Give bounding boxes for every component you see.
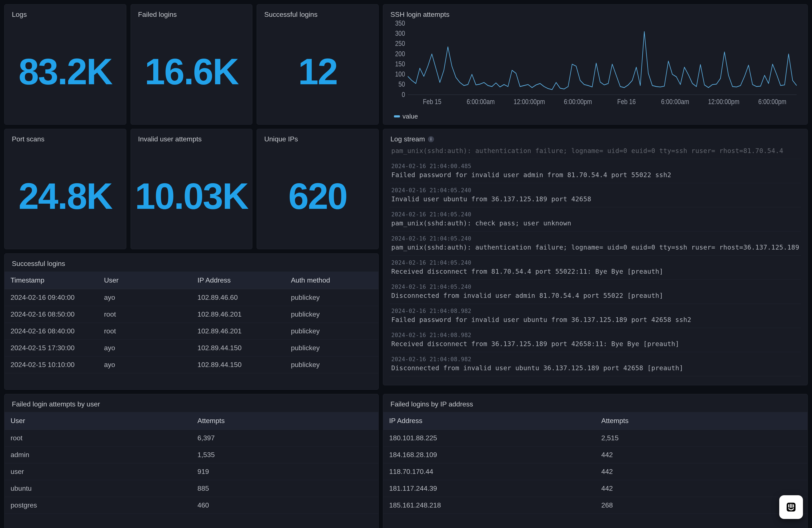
stat-value: 620	[257, 143, 378, 249]
col-attempts[interactable]: Attempts	[595, 412, 808, 430]
log-timestamp: 2024-02-16 21:04:08.982	[391, 332, 799, 338]
panel-log-stream[interactable]: Log stream i pam_unix(sshd:auth): authen…	[383, 129, 808, 385]
table-row[interactable]: user919	[4, 463, 378, 480]
table-row[interactable]: 118.70.170.44442	[383, 463, 808, 480]
table-row[interactable]: 2024-02-16 09:40:00ayo102.89.46.60public…	[4, 289, 378, 306]
stat-panel-successful-logins[interactable]: Successful logins 12	[257, 4, 379, 124]
table-row[interactable]: postgres460	[4, 497, 378, 514]
table-cell: 102.89.44.150	[191, 356, 285, 373]
col-auth[interactable]: Auth method	[285, 272, 378, 289]
svg-text:6:00:00am: 6:00:00am	[661, 98, 689, 105]
col-user[interactable]: User	[98, 272, 192, 289]
failed-by-user-table: User Attempts root6,397admin1,535user919…	[4, 412, 378, 514]
stat-panel-port-scans[interactable]: Port scans 24.8K	[4, 129, 126, 249]
stat-label: Unique IPs	[257, 129, 378, 143]
col-attempts[interactable]: Attempts	[191, 412, 378, 430]
table-cell: 919	[191, 463, 378, 480]
log-entry[interactable]: 2024-02-16 21:04:05.240Invalid user ubun…	[390, 183, 801, 207]
panel-ssh-chart[interactable]: SSH login attempts 050100150200250300350…	[383, 4, 808, 124]
table-row[interactable]: admin1,535	[4, 446, 378, 463]
table-cell: 2024-02-16 08:50:00	[4, 306, 98, 323]
table-row[interactable]: 2024-02-15 10:10:00ayo102.89.44.150publi…	[4, 356, 378, 373]
table-cell: 442	[595, 463, 808, 480]
intercom-launcher[interactable]	[779, 495, 803, 519]
chart-legend: value	[392, 108, 799, 120]
stat-value: 16.6K	[131, 18, 252, 124]
log-entry[interactable]: 2024-02-16 21:04:05.240pam_unix(sshd:aut…	[390, 207, 801, 232]
stat-value: 83.2K	[4, 18, 126, 124]
table-cell: 2024-02-16 08:40:00	[4, 323, 98, 340]
stat-label: Logs	[4, 4, 126, 18]
table-cell: admin	[4, 446, 191, 463]
svg-text:0: 0	[402, 90, 405, 98]
table-cell: postgres	[4, 497, 191, 514]
log-timestamp: 2024-02-16 21:04:08.982	[391, 308, 799, 314]
ssh-attempts-chart[interactable]: 050100150200250300350Feb 156:00:00am12:0…	[392, 21, 799, 108]
table-cell: publickey	[285, 323, 378, 340]
panel-successful-logins[interactable]: Successful logins Timestamp User IP Addr…	[4, 253, 379, 390]
log-entry[interactable]: 2024-02-16 21:04:08.982Received disconne…	[390, 328, 801, 352]
svg-text:300: 300	[395, 29, 405, 37]
stat-panel-unique-ips[interactable]: Unique IPs 620	[257, 129, 379, 249]
log-message: Disconnected from invalid user ubuntu 36…	[391, 364, 799, 372]
table-cell: ayo	[98, 289, 192, 306]
table-cell: 2024-02-15 10:10:00	[4, 356, 98, 373]
svg-text:350: 350	[395, 21, 405, 27]
svg-text:100: 100	[395, 70, 405, 78]
stat-panel-logs[interactable]: Logs 83.2K	[4, 4, 126, 124]
stat-value: 24.8K	[4, 143, 126, 249]
table-cell: 885	[191, 480, 378, 497]
table-cell: 2024-02-15 17:30:00	[4, 340, 98, 356]
log-entry[interactable]: 2024-02-16 21:04:00.485Failed password f…	[390, 159, 801, 183]
info-icon[interactable]: i	[428, 136, 434, 142]
svg-text:50: 50	[398, 80, 405, 88]
table-row[interactable]: 2024-02-16 08:40:00root102.89.46.201publ…	[4, 323, 378, 340]
log-entry[interactable]: 2024-02-16 21:04:05.240Received disconne…	[390, 255, 801, 280]
table-cell: publickey	[285, 306, 378, 323]
log-entry[interactable]: 2024-02-16 21:04:05.240Disconnected from…	[390, 280, 801, 304]
log-message: pam_unix(sshd:auth): authentication fail…	[391, 244, 799, 251]
table-row[interactable]: 2024-02-16 08:50:00root102.89.46.201publ…	[4, 306, 378, 323]
col-timestamp[interactable]: Timestamp	[4, 272, 98, 289]
col-ip[interactable]: IP Address	[383, 412, 595, 430]
table-cell: 180.101.88.225	[383, 430, 595, 446]
table-row[interactable]: 184.168.28.109442	[383, 446, 808, 463]
table-cell: ayo	[98, 356, 192, 373]
table-row[interactable]: root6,397	[4, 430, 378, 446]
stat-panel-invalid-user-attempts[interactable]: Invalid user attempts 10.03K	[131, 129, 252, 249]
stat-value: 10.03K	[131, 143, 252, 249]
col-ip[interactable]: IP Address	[191, 272, 285, 289]
log-entry[interactable]: 2024-02-16 21:04:08.982Failed password f…	[390, 304, 801, 328]
log-timestamp: 2024-02-16 21:04:05.240	[391, 211, 799, 218]
log-entry[interactable]: 2024-02-16 21:04:08.982Disconnected from…	[390, 352, 801, 376]
log-entry: pam_unix(sshd:auth): authentication fail…	[390, 147, 801, 159]
stat-label: Failed logins	[131, 4, 252, 18]
panel-title: Failed logins by IP address	[383, 394, 808, 408]
log-message: pam_unix(sshd:auth): check pass; user un…	[391, 219, 799, 227]
table-cell: 102.89.46.201	[191, 323, 285, 340]
stat-panel-failed-logins[interactable]: Failed logins 16.6K	[131, 4, 252, 124]
log-timestamp: 2024-02-16 21:04:05.240	[391, 283, 799, 290]
table-cell: 118.70.170.44	[383, 463, 595, 480]
col-user[interactable]: User	[4, 412, 191, 430]
svg-text:6:00:00pm: 6:00:00pm	[758, 98, 786, 106]
log-stream-list[interactable]: pam_unix(sshd:auth): authentication fail…	[383, 143, 808, 385]
log-timestamp: 2024-02-16 21:04:00.485	[391, 163, 799, 170]
panel-failed-by-user[interactable]: Failed login attempts by user User Attem…	[4, 394, 379, 528]
log-message: Failed password for invalid user ubuntu …	[391, 316, 799, 323]
table-row[interactable]: 181.117.244.39442	[383, 480, 808, 497]
table-cell: 102.89.46.201	[191, 306, 285, 323]
table-cell: 102.89.46.60	[191, 289, 285, 306]
log-entry[interactable]: 2024-02-16 21:04:05.240pam_unix(sshd:aut…	[390, 232, 801, 255]
panel-failed-by-ip[interactable]: Failed logins by IP address IP Address A…	[383, 394, 808, 528]
chat-icon	[785, 501, 797, 513]
table-cell: 102.89.44.150	[191, 340, 285, 356]
stat-label: Port scans	[4, 129, 126, 143]
table-row[interactable]: 2024-02-15 17:30:00ayo102.89.44.150publi…	[4, 340, 378, 356]
table-row[interactable]: 185.161.248.218268	[383, 497, 808, 514]
table-row[interactable]: 180.101.88.2252,515	[383, 430, 808, 446]
table-cell: 2024-02-16 09:40:00	[4, 289, 98, 306]
table-cell: publickey	[285, 289, 378, 306]
stat-label: Invalid user attempts	[131, 129, 252, 143]
table-row[interactable]: ubuntu885	[4, 480, 378, 497]
